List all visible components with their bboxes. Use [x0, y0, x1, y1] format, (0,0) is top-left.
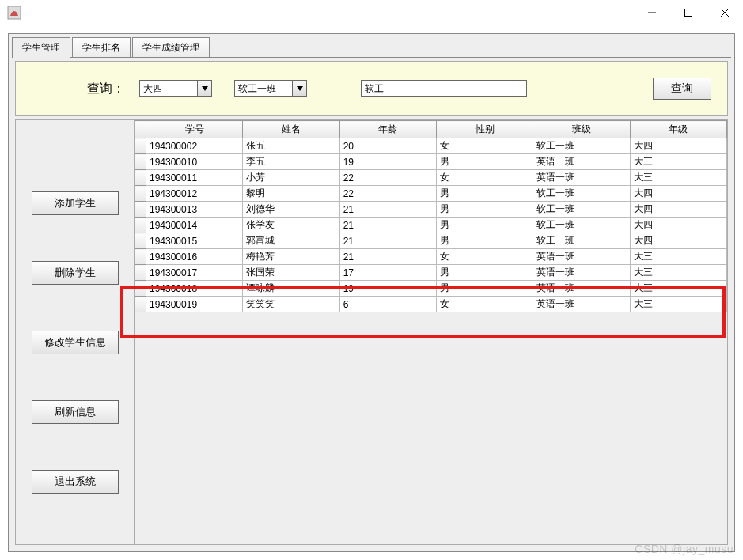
table-row[interactable]: 194300014张学友21男软工一班大四	[135, 218, 727, 233]
table-cell[interactable]: 21	[339, 233, 436, 249]
table-cell[interactable]: 英语一班	[533, 249, 630, 265]
col-header[interactable]: 性别	[436, 121, 533, 138]
table-cell[interactable]: 软工一班	[533, 138, 630, 154]
table-cell[interactable]: 大三	[630, 154, 726, 170]
table-cell[interactable]: 大四	[630, 233, 726, 249]
table-row[interactable]: 194300002张五20女软工一班大四	[135, 138, 727, 154]
table-cell[interactable]: 软工一班	[533, 202, 630, 218]
table-cell[interactable]: 大四	[630, 138, 726, 154]
table-cell[interactable]: 英语一班	[533, 170, 630, 186]
table-cell[interactable]: 194300011	[146, 170, 243, 186]
grade-combo-input[interactable]	[140, 81, 197, 96]
table-cell[interactable]: 194300017	[146, 265, 243, 281]
table-cell[interactable]: 194300002	[146, 138, 243, 154]
table-cell[interactable]: 英语一班	[533, 265, 630, 281]
table-cell[interactable]: 梅艳芳	[243, 249, 339, 265]
chevron-down-icon[interactable]	[292, 81, 306, 96]
exit-button[interactable]: 退出系统	[32, 470, 119, 494]
table-cell[interactable]: 张五	[243, 138, 339, 154]
table-cell[interactable]: 194300013	[146, 202, 243, 218]
table-cell[interactable]: 194300010	[146, 154, 243, 170]
table-row[interactable]: 194300015郭富城21男软工一班大四	[135, 233, 727, 249]
table-cell[interactable]: 194300015	[146, 233, 243, 249]
table-cell[interactable]: 软工一班	[533, 233, 630, 249]
table-cell[interactable]: 21	[339, 218, 436, 233]
refresh-button[interactable]: 刷新信息	[32, 400, 119, 424]
table-cell[interactable]: 17	[339, 265, 436, 281]
table-cell[interactable]: 英语一班	[533, 154, 630, 170]
table-cell[interactable]: 女	[436, 138, 533, 154]
col-header[interactable]: 学号	[146, 121, 243, 138]
table-cell[interactable]: 大三	[630, 281, 726, 297]
col-header[interactable]: 年级	[630, 121, 726, 138]
table-cell[interactable]: 谭咏麟	[243, 281, 339, 297]
table-cell[interactable]: 黎明	[243, 186, 339, 202]
class-combo[interactable]	[234, 80, 307, 97]
table-cell[interactable]: 英语一班	[533, 297, 630, 312]
table-cell[interactable]: 女	[436, 170, 533, 186]
delete-student-button[interactable]: 删除学生	[32, 261, 119, 285]
minimize-button[interactable]	[634, 0, 670, 25]
edit-student-button[interactable]: 修改学生信息	[32, 331, 119, 354]
table-cell[interactable]: 软工一班	[533, 218, 630, 233]
table-cell[interactable]: 194300014	[146, 218, 243, 233]
table-cell[interactable]: 20	[339, 138, 436, 154]
table-cell[interactable]: 194300018	[146, 281, 243, 297]
table-cell[interactable]: 大四	[630, 202, 726, 218]
tab-2[interactable]: 学生成绩管理	[132, 37, 210, 58]
table-cell[interactable]: 194300012	[146, 186, 243, 202]
table-cell[interactable]: 李五	[243, 154, 339, 170]
table-cell[interactable]: 19	[339, 281, 436, 297]
chevron-down-icon[interactable]	[197, 81, 211, 96]
table-cell[interactable]: 194300019	[146, 297, 243, 312]
class-combo-input[interactable]	[235, 81, 292, 96]
table-row[interactable]: 194300017张国荣17男英语一班大三	[135, 265, 727, 281]
table-cell[interactable]: 软工一班	[533, 186, 630, 202]
table-row[interactable]: 194300019笑笑笑6女英语一班大三	[135, 297, 727, 312]
table-cell[interactable]: 大四	[630, 218, 726, 233]
table-cell[interactable]: 郭富城	[243, 233, 339, 249]
table-cell[interactable]: 男	[436, 218, 533, 233]
table-row[interactable]: 194300011小芳22女英语一班大三	[135, 170, 727, 186]
keyword-input[interactable]	[361, 80, 527, 97]
table-cell[interactable]: 男	[436, 154, 533, 170]
col-header[interactable]: 姓名	[243, 121, 339, 138]
table-cell[interactable]: 22	[339, 170, 436, 186]
table-row[interactable]: 194300013刘德华21男软工一班大四	[135, 202, 727, 218]
query-button[interactable]: 查询	[653, 78, 711, 100]
table-cell[interactable]: 19	[339, 154, 436, 170]
table-row[interactable]: 194300018谭咏麟19男英语一班大三	[135, 281, 727, 297]
student-table[interactable]: 学号姓名年龄性别班级年级194300002张五20女软工一班大四19430001…	[135, 120, 727, 312]
table-cell[interactable]: 大四	[630, 186, 726, 202]
table-cell[interactable]: 21	[339, 249, 436, 265]
table-cell[interactable]: 大三	[630, 265, 726, 281]
table-cell[interactable]: 男	[436, 281, 533, 297]
table-cell[interactable]: 小芳	[243, 170, 339, 186]
table-cell[interactable]: 男	[436, 265, 533, 281]
table-row[interactable]: 194300012黎明22男软工一班大四	[135, 186, 727, 202]
table-row[interactable]: 194300016梅艳芳21女英语一班大三	[135, 249, 727, 265]
tab-0[interactable]: 学生管理	[12, 37, 70, 58]
table-cell[interactable]: 刘德华	[243, 202, 339, 218]
tab-1[interactable]: 学生排名	[72, 37, 131, 58]
close-button[interactable]	[707, 0, 743, 25]
table-cell[interactable]: 张国荣	[243, 265, 339, 281]
col-header[interactable]: 班级	[533, 121, 630, 138]
table-cell[interactable]: 大三	[630, 249, 726, 265]
table-cell[interactable]: 男	[436, 202, 533, 218]
table-cell[interactable]: 张学友	[243, 218, 339, 233]
table-row[interactable]: 194300010李五19男英语一班大三	[135, 154, 727, 170]
table-cell[interactable]: 大三	[630, 297, 726, 312]
table-cell[interactable]: 6	[339, 297, 436, 312]
maximize-button[interactable]	[670, 0, 707, 25]
table-cell[interactable]: 笑笑笑	[243, 297, 339, 312]
table-cell[interactable]: 194300016	[146, 249, 243, 265]
table-cell[interactable]: 女	[436, 297, 533, 312]
table-cell[interactable]: 女	[436, 249, 533, 265]
table-cell[interactable]: 英语一班	[533, 281, 630, 297]
table-cell[interactable]: 男	[436, 186, 533, 202]
table-cell[interactable]: 21	[339, 202, 436, 218]
col-header[interactable]: 年龄	[339, 121, 436, 138]
grade-combo[interactable]	[139, 80, 212, 97]
add-student-button[interactable]: 添加学生	[32, 191, 119, 215]
